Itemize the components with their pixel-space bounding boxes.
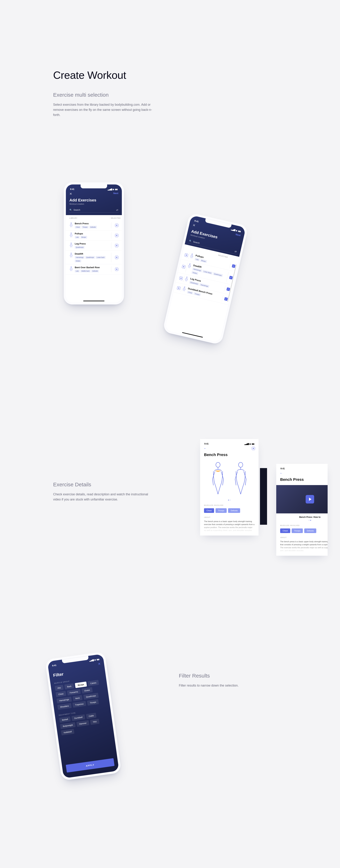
filter-chip[interactable]: Forearms [67,689,81,695]
column-library: LIBRARY [66,217,110,219]
page-dots[interactable]: ■■ [200,499,258,503]
about-text: The bench press is a basic upper body st… [276,539,328,552]
svg-point-0 [71,222,72,224]
muscle-chip[interactable]: Deltoids [228,508,240,513]
search-input[interactable]: 🔍 Search [69,208,119,213]
exercise-row[interactable]: Bent Over Barbell RowLatsMiddle backDelt… [66,264,122,274]
battery-icon [252,442,254,445]
filter-chip[interactable]: Shoulders [57,703,72,710]
wifi-icon [94,658,96,661]
add-icon[interactable] [115,268,118,271]
close-icon[interactable]: ✕ [98,662,101,666]
home-indicator [182,332,203,338]
svg-point-8 [184,286,185,288]
filter-chip[interactable]: Hammer [76,720,89,727]
exercise-row[interactable]: Bench PressChestTricepsDeltoids [66,220,122,230]
check-icon[interactable] [229,276,233,280]
svg-point-2 [71,243,72,244]
check-icon[interactable] [226,287,230,291]
filter-chip[interactable]: Trapezius [72,701,86,708]
section-title-multiselect: Exercise multi selection [53,92,181,98]
battery-icon [115,188,118,190]
filter-chip[interactable]: Bodyweight [60,722,75,729]
screen-subtitle: Workout creation [66,203,122,208]
add-icon[interactable] [115,244,118,247]
filter-chip[interactable]: Glutes [82,687,93,693]
exercise-name: Pullups [75,232,110,235]
exercise-row[interactable]: DeadliftHamstringsQuadricepsLower backGl… [66,251,122,264]
status-time: 9:41 [204,442,209,445]
svg-point-6 [189,263,190,265]
home-indicator [83,301,104,301]
add-icon[interactable] [115,224,118,227]
muscle-tag: Triceps [82,226,89,228]
wifi-icon [249,442,251,445]
back-icon[interactable]: ← [204,447,207,450]
svg-point-1 [71,232,72,234]
signal-icon [244,442,249,445]
muscle-tag: Lats [75,236,80,239]
svg-point-9 [216,462,220,467]
column-selected: SELECTED [110,217,122,219]
status-time: 9:41 [70,188,74,190]
filter-chip[interactable]: Chest [56,691,66,698]
wifi-icon [113,188,114,190]
back-icon[interactable]: ← [280,472,283,475]
muscle-tag: Quadriceps [75,246,85,249]
muscle-tag: Lower back [96,256,105,259]
exercise-icon [69,266,74,272]
add-icon[interactable] [115,234,118,237]
exercise-name: Bent Over Barbell Row [75,266,110,269]
about-label: ABOUT [200,515,258,519]
muscle-chip[interactable]: Triceps [216,508,227,513]
muscle-chip[interactable]: Deltoids [304,528,316,533]
check-icon[interactable] [231,264,236,268]
filter-chip[interactable]: Neck [72,695,82,701]
apply-button[interactable]: APPLY [66,758,114,773]
add-icon[interactable] [179,276,183,280]
video-player[interactable] [276,485,328,514]
section-body-filter: Filter results to narrow down the select… [179,683,278,688]
about-text: The bench press is a basic upper body st… [200,519,258,532]
svg-point-5 [192,253,193,255]
exercise-icon [69,242,74,248]
exercise-icon [69,222,74,228]
svg-point-10 [239,462,243,467]
muscles-label: MUSCLES INVOLVED [276,524,328,527]
muscle-tag: Glutes [75,259,81,262]
muscle-chip[interactable]: Chest [280,528,290,533]
filter-chip[interactable]: Hamstrings [57,696,72,703]
decorative-block [260,468,267,525]
check-icon[interactable] [224,297,228,301]
page-dots[interactable]: ■■ [276,520,328,524]
filter-chip[interactable]: Kettlebell [61,729,74,735]
add-exercise-button[interactable] [252,447,255,450]
close-icon[interactable]: ✕ [192,223,196,227]
muscle-chip[interactable]: Triceps [292,528,303,533]
exercise-row[interactable]: PullupsLatsBiceps [66,230,122,241]
next-button[interactable]: Next [113,192,118,196]
section-body-details: Check exercise details, read description… [53,492,152,502]
status-time: 9:41 [280,467,285,470]
filter-chip[interactable]: Triceps [87,699,99,706]
exercise-name: Deadlift [75,252,110,255]
section-title-details: Exercise Details [53,482,181,488]
play-icon[interactable] [306,495,314,503]
svg-point-3 [71,253,72,254]
filter-chip[interactable]: TRX [90,719,99,725]
library-list: Bench PressChestTricepsDeltoidsPullupsLa… [66,220,122,274]
add-icon[interactable] [177,286,181,290]
add-icon[interactable] [115,256,118,259]
section-body-multiselect: Select exercises from the library backed… [53,102,152,117]
video-caption: Bench Press: How to [276,514,328,520]
close-icon[interactable]: ✕ [69,192,72,196]
exercise-row[interactable]: Leg PressQuadriceps [66,241,122,251]
section-title-filter: Filter Results [179,673,306,679]
battery-icon [96,658,99,661]
filter-chip[interactable]: Quadriceps [83,693,99,700]
add-icon[interactable] [182,265,186,269]
muscle-tag: Chest [75,226,81,228]
muscle-chip[interactable]: Chest [204,508,214,513]
add-icon[interactable] [184,253,188,257]
muscle-chips: ChestTricepsDeltoids [200,507,258,515]
